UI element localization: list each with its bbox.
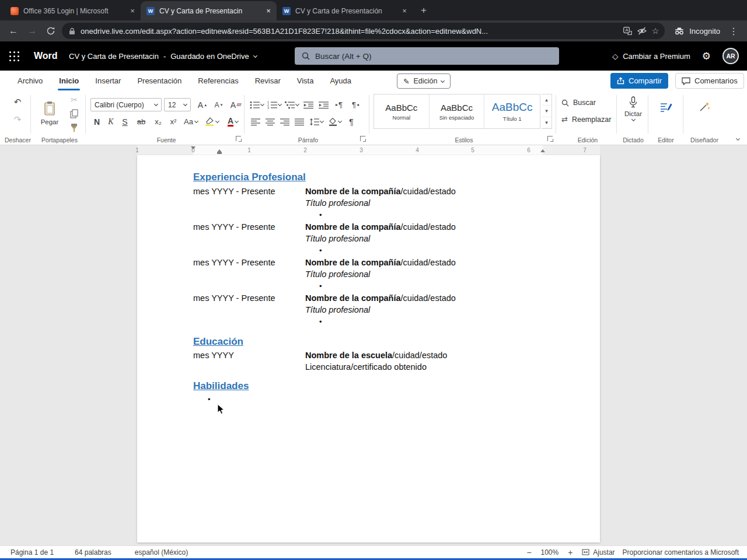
- bullets-button[interactable]: [249, 98, 265, 111]
- redo-button[interactable]: ↷: [10, 113, 25, 127]
- reload-button[interactable]: [43, 23, 58, 38]
- comments-button[interactable]: Comentarios: [675, 73, 744, 89]
- bookmark-star-icon[interactable]: ☆: [652, 26, 659, 36]
- styles-scroll-up-button[interactable]: ▴: [542, 94, 551, 106]
- tab-close-icon[interactable]: ×: [128, 6, 137, 16]
- shading-button[interactable]: [326, 115, 344, 128]
- tab-insertar[interactable]: Insertar: [87, 71, 129, 90]
- font-color-button[interactable]: A: [224, 115, 242, 128]
- experience-company-line[interactable]: Nombre de la compañía/cuidad/estado: [305, 222, 456, 232]
- experience-role[interactable]: Título profesional: [305, 198, 370, 208]
- copy-button[interactable]: [67, 108, 82, 120]
- document-page[interactable]: Experiencia Profesional mes YYYY - Prese…: [137, 155, 600, 542]
- browser-tab-cv-doc-2[interactable]: W CV y Carta de Presentación ×: [277, 1, 413, 20]
- align-center-button[interactable]: [263, 115, 277, 128]
- account-avatar[interactable]: AR: [722, 48, 739, 64]
- styles-dialog-launcher[interactable]: [547, 136, 553, 141]
- settings-gear-icon[interactable]: ⚙: [702, 50, 711, 62]
- align-left-button[interactable]: [249, 115, 263, 128]
- experience-bullet[interactable]: •: [319, 246, 322, 255]
- align-right-button[interactable]: [278, 115, 292, 128]
- ruler[interactable]: 1 0 1 2 3 4 5 6 7: [0, 145, 747, 155]
- designer-button[interactable]: [697, 100, 712, 114]
- styles-pane-button[interactable]: ▾: [542, 117, 551, 128]
- heading-education[interactable]: Educación: [193, 336, 243, 348]
- document-title[interactable]: CV y Carta de Presentacin: [69, 52, 159, 61]
- tab-archivo[interactable]: Archivo: [9, 71, 51, 90]
- increase-indent-button[interactable]: [316, 98, 330, 111]
- browser-tab-office-login[interactable]: Office 365 Login | Microsoft ×: [5, 1, 141, 20]
- premium-button[interactable]: ◇ Cambiar a Premium: [612, 52, 690, 61]
- tab-ayuda[interactable]: Ayuda: [322, 71, 359, 90]
- new-tab-button[interactable]: +: [416, 3, 431, 18]
- experience-role[interactable]: Título profesional: [305, 270, 370, 279]
- style-no-spacing[interactable]: AaBbCc Sin espaciado: [430, 94, 485, 128]
- style-normal[interactable]: AaBbCc Normal: [374, 94, 430, 128]
- collapse-ribbon-chevron[interactable]: [736, 136, 740, 141]
- heading-experience[interactable]: Experiencia Profesional: [193, 172, 306, 183]
- back-button[interactable]: ←: [6, 23, 21, 38]
- right-indent-marker[interactable]: [540, 149, 545, 152]
- search-input[interactable]: Buscar (Alt + Q): [295, 47, 559, 65]
- format-painter-button[interactable]: [67, 122, 82, 134]
- education-school-line[interactable]: Nombre de la escuela/cuidad/estado: [305, 351, 447, 360]
- chevron-down-icon[interactable]: [253, 54, 257, 58]
- url-text[interactable]: onedrive.live.com/edit.aspx?action=editn…: [81, 27, 618, 36]
- dictate-button[interactable]: Dictar: [620, 96, 647, 121]
- styles-scroll-down-button[interactable]: ▾: [542, 106, 551, 117]
- address-bar[interactable]: onedrive.live.com/edit.aspx?action=editn…: [62, 23, 665, 39]
- rtl-direction-button[interactable]: ¶◂: [348, 98, 363, 111]
- highlight-color-button[interactable]: [203, 115, 221, 128]
- experience-bullet[interactable]: •: [319, 282, 322, 290]
- font-name-select[interactable]: Calibri (Cuerpo): [90, 98, 162, 111]
- show-formatting-marks-button[interactable]: ¶: [345, 115, 358, 128]
- browser-menu-button[interactable]: ⋮: [726, 23, 741, 38]
- experience-bullet[interactable]: •: [319, 317, 322, 326]
- left-indent-marker[interactable]: [217, 152, 222, 154]
- cut-button[interactable]: ✂: [67, 94, 82, 106]
- tab-close-icon[interactable]: ×: [264, 6, 273, 16]
- experience-date[interactable]: mes YYYY - Presente: [193, 187, 275, 196]
- eye-off-icon[interactable]: [637, 27, 647, 35]
- app-launcher-waffle-icon[interactable]: [9, 51, 19, 61]
- fit-page-button[interactable]: Ajustar: [582, 548, 615, 556]
- experience-role[interactable]: Título profesional: [305, 234, 370, 243]
- experience-date[interactable]: mes YYYY - Presente: [193, 293, 275, 303]
- forward-button[interactable]: →: [25, 23, 40, 38]
- experience-date[interactable]: mes YYYY - Presente: [193, 258, 275, 267]
- line-spacing-button[interactable]: [308, 115, 325, 128]
- tab-vista[interactable]: Vista: [289, 71, 322, 90]
- bold-button[interactable]: N: [90, 115, 103, 128]
- undo-button[interactable]: ↶: [10, 95, 25, 109]
- zoom-out-button[interactable]: −: [525, 548, 533, 557]
- share-button[interactable]: Compartir: [610, 73, 668, 89]
- italic-button[interactable]: K: [104, 115, 117, 128]
- grow-font-button[interactable]: A▲: [195, 98, 210, 111]
- style-heading1[interactable]: AaBbCc Título 1: [484, 94, 540, 128]
- page-count[interactable]: Página 1 de 1: [11, 548, 54, 556]
- editing-mode-button[interactable]: ✎ Edición: [397, 74, 451, 89]
- numbering-button[interactable]: 123: [266, 98, 282, 111]
- skills-bullet[interactable]: •: [208, 395, 211, 404]
- replace-button[interactable]: ⇄ Reemplazar: [561, 115, 611, 124]
- experience-date[interactable]: mes YYYY - Presente: [193, 222, 275, 232]
- tab-presentacion[interactable]: Presentación: [129, 71, 190, 90]
- education-date[interactable]: mes YYYY: [193, 351, 234, 360]
- browser-tab-cv-doc-active[interactable]: W CV y Carta de Presentacin ×: [141, 1, 277, 20]
- change-case-button[interactable]: Aa: [181, 115, 200, 128]
- feedback-link[interactable]: Proporcionar comentarios a Microsoft: [623, 548, 739, 556]
- justify-button[interactable]: [292, 115, 306, 128]
- experience-role[interactable]: Título profesional: [305, 305, 370, 314]
- shrink-font-button[interactable]: A▼: [211, 98, 226, 111]
- ltr-direction-button[interactable]: ▸¶: [331, 98, 347, 111]
- experience-company-line[interactable]: Nombre de la compañía/cuidad/estado: [305, 258, 456, 267]
- experience-company-line[interactable]: Nombre de la compañía/cuidad/estado: [305, 293, 456, 303]
- paragraph-dialog-launcher[interactable]: [360, 136, 365, 141]
- translate-icon[interactable]: A: [623, 27, 632, 36]
- heading-skills[interactable]: Habilidades: [193, 380, 249, 392]
- decrease-indent-button[interactable]: [301, 98, 315, 111]
- strikethrough-button[interactable]: ab: [134, 115, 149, 128]
- zoom-level[interactable]: 100%: [541, 548, 559, 556]
- tab-referencias[interactable]: Referencias: [190, 71, 246, 90]
- editor-button[interactable]: [658, 100, 673, 114]
